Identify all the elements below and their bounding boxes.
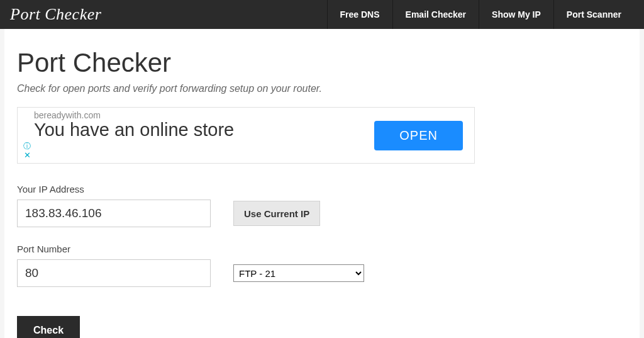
port-label: Port Number (17, 244, 211, 254)
ip-label: Your IP Address (17, 184, 211, 194)
nav-port-scanner[interactable]: Port Scanner (553, 0, 634, 29)
nav-free-dns[interactable]: Free DNS (327, 0, 392, 29)
ip-group: Your IP Address (17, 184, 211, 227)
nav-email-checker[interactable]: Email Checker (392, 0, 479, 29)
ip-input[interactable] (17, 200, 211, 227)
ad-domain: bereadywith.com (34, 110, 234, 120)
site-logo[interactable]: Port Checker (10, 5, 101, 24)
port-preset-select[interactable]: FTP - 21 (233, 264, 364, 282)
ip-row: Your IP Address Use Current IP (17, 184, 627, 227)
page-title: Port Checker (17, 48, 627, 78)
ad-left: ⓘ ✕ bereadywith.com You have an online s… (21, 110, 234, 161)
main-nav: Free DNS Email Checker Show My IP Port S… (327, 0, 634, 29)
ad-controls: ⓘ ✕ (21, 110, 33, 161)
ad-close-icon[interactable]: ✕ (24, 151, 31, 159)
use-current-ip-button[interactable]: Use Current IP (233, 201, 320, 226)
ad-text: bereadywith.com You have an online store (34, 110, 234, 140)
main-content: Port Checker Check for open ports and ve… (4, 29, 640, 338)
nav-show-my-ip[interactable]: Show My IP (479, 0, 553, 29)
check-button[interactable]: Check (17, 316, 80, 338)
ad-banner: ⓘ ✕ bereadywith.com You have an online s… (17, 107, 475, 164)
ad-open-button[interactable]: OPEN (374, 121, 463, 150)
port-group: Port Number (17, 244, 211, 287)
page-subtitle: Check for open ports and verify port for… (17, 83, 627, 94)
port-row: Port Number FTP - 21 (17, 244, 627, 287)
header-bar: Port Checker Free DNS Email Checker Show… (0, 0, 644, 29)
ad-headline: You have an online store (34, 120, 234, 140)
port-input[interactable] (17, 259, 211, 287)
ad-info-icon[interactable]: ⓘ (23, 142, 31, 150)
